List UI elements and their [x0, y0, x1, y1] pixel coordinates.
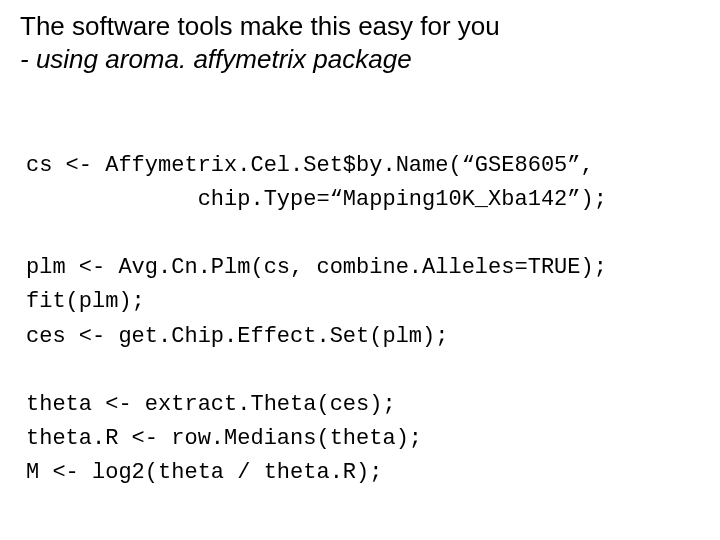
code-line: theta.R <- row.Medians(theta);: [26, 426, 422, 451]
slide: The software tools make this easy for yo…: [0, 0, 720, 540]
code-line: cs <- Affymetrix.Cel.Set$by.Name(“GSE860…: [26, 153, 594, 178]
code-line: plm <- Avg.Cn.Plm(cs, combine.Alleles=TR…: [26, 255, 607, 280]
code-line: chip.Type=“Mapping10K_Xba142”);: [26, 187, 607, 212]
code-line: fit(plm);: [26, 289, 145, 314]
code-line: ces <- get.Chip.Effect.Set(plm);: [26, 324, 448, 349]
slide-title-line1: The software tools make this easy for yo…: [20, 10, 700, 43]
code-line: M <- log2(theta / theta.R);: [26, 460, 382, 485]
code-line: theta <- extract.Theta(ces);: [26, 392, 396, 417]
slide-title-line2: - using aroma. affymetrix package: [20, 43, 700, 76]
code-block: cs <- Affymetrix.Cel.Set$by.Name(“GSE860…: [26, 115, 700, 490]
